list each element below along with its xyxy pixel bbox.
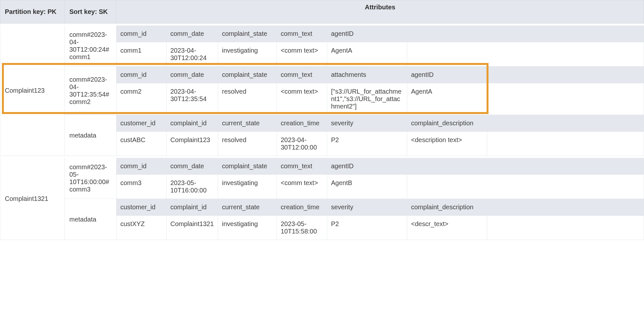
partition-key-cell: Complaint1321 [0,158,65,240]
attribute-header: complaint_description [407,199,487,216]
attribute-header-row: customer_idcomplaint_idcurrent_statecrea… [116,199,644,216]
attribute-value: 2023-04-30T12:35:54 [166,83,218,115]
attribute-value: custXYZ [116,216,166,240]
attribute-header: complaint_state [218,67,277,83]
attribute-value: <comm text> [277,175,327,199]
partition-block: Complaint123comm#2023-04-30T12:00:24#com… [0,26,644,156]
attribute-value: P2 [327,216,407,240]
partition-key-cell: Complaint123 [0,26,65,156]
dynamodb-table: Partition key: PK Sort key: SK Attribute… [0,0,644,240]
partitions-container: Complaint123comm#2023-04-30T12:00:24#com… [0,26,644,240]
attribute-header: comm_date [166,158,218,175]
attribute-value: <description text> [407,132,487,156]
attribute-header: comm_text [277,158,327,175]
attributes-zone: customer_idcomplaint_idcurrent_statecrea… [116,199,644,240]
attribute-value-row: comm32023-05-10T16:00:00investigating<co… [116,175,644,199]
attribute-header: agentID [327,26,407,42]
attribute-header: comm_text [277,67,327,83]
attribute-header: comm_id [116,67,166,83]
attribute-value-row: custXYZComplaint1321investigating2023-05… [116,216,644,240]
attribute-header: current_state [218,199,277,216]
attribute-header: current_state [218,115,277,132]
attribute-value: resolved [218,132,277,156]
attribute-value: 2023-05-10T15:58:00 [277,216,327,240]
table-row: metadatacustomer_idcomplaint_idcurrent_s… [65,115,644,156]
attribute-value: ["s3://URL_for_attachment1","s3://URL_fo… [327,83,407,115]
attribute-header-row: comm_idcomm_datecomplaint_statecomm_text… [116,67,644,83]
sort-key-header: Sort key: SK [65,0,116,23]
attribute-value-row: comm22023-04-30T12:35:54resolved<comm te… [116,83,644,115]
attribute-header: comm_text [277,26,327,42]
attribute-header: customer_id [116,115,166,132]
attribute-value: 2023-04-30T12:00:00 [277,132,327,156]
attribute-header-row: comm_idcomm_datecomplaint_statecomm_text… [116,26,644,42]
attribute-value: <comm text> [277,42,327,66]
attribute-value: AgentA [327,42,407,66]
sort-key-cell: comm#2023-04-30T12:35:54#comm2 [65,67,116,115]
attributes-zone: comm_idcomm_datecomplaint_statecomm_text… [116,158,644,199]
attributes-zone: comm_idcomm_datecomplaint_statecomm_text… [116,26,644,66]
table-row: comm#2023-04-30T12:35:54#comm2comm_idcom… [65,67,644,115]
attribute-header: comm_date [166,67,218,83]
attribute-value: resolved [218,83,277,115]
attribute-header: creation_time [277,115,327,132]
attribute-header: complaint_id [166,115,218,132]
attribute-header: complaint_id [166,199,218,216]
attribute-value: AgentA [407,83,487,115]
attribute-value: <comm text> [277,83,327,115]
attribute-header-row: comm_idcomm_datecomplaint_statecomm_text… [116,158,644,175]
attribute-value: custABC [116,132,166,156]
attribute-header: attachments [327,67,407,83]
attribute-value: comm3 [116,175,166,199]
partition-key-header: Partition key: PK [0,0,65,23]
attribute-value: comm1 [116,42,166,66]
attribute-header: severity [327,199,407,216]
attribute-value: comm2 [116,83,166,115]
sort-key-cell: metadata [65,199,116,240]
sort-key-cell: comm#2023-05-10T16:00:00#comm3 [65,158,116,199]
attribute-header: agentID [327,158,407,175]
table-row: metadatacustomer_idcomplaint_idcurrent_s… [65,199,644,240]
attribute-value: <descr_text> [407,216,487,240]
attribute-header: complaint_description [407,115,487,132]
attributes-zone: comm_idcomm_datecomplaint_statecomm_text… [116,67,644,115]
sort-key-cell: comm#2023-04-30T12:00:24#comm1 [65,26,116,66]
table-row: comm#2023-05-10T16:00:00#comm3comm_idcom… [65,158,644,199]
attribute-header: severity [327,115,407,132]
attribute-value: investigating [218,216,277,240]
attribute-value-row: comm12023-04-30T12:00:24investigating<co… [116,42,644,66]
attribute-value: Complaint123 [166,132,218,156]
items-column: comm#2023-05-10T16:00:00#comm3comm_idcom… [65,158,644,240]
attribute-header: complaint_state [218,158,277,175]
attribute-value: investigating [218,175,277,199]
attribute-header: complaint_state [218,26,277,42]
attribute-value: 2023-04-30T12:00:24 [166,42,218,66]
attribute-value: Complaint1321 [166,216,218,240]
attribute-header: comm_date [166,26,218,42]
sort-key-cell: metadata [65,115,116,156]
attribute-value: 2023-05-10T16:00:00 [166,175,218,199]
attribute-header: comm_id [116,158,166,175]
table-row: comm#2023-04-30T12:00:24#comm1comm_idcom… [65,26,644,67]
attribute-value: AgentB [327,175,407,199]
attribute-value: investigating [218,42,277,66]
attribute-header: customer_id [116,199,166,216]
attributes-header: Attributes [116,0,644,23]
table-header-row: Partition key: PK Sort key: SK Attribute… [0,0,644,24]
attributes-zone: customer_idcomplaint_idcurrent_statecrea… [116,115,644,156]
attribute-header-row: customer_idcomplaint_idcurrent_statecrea… [116,115,644,132]
partition-block: Complaint1321comm#2023-05-10T16:00:00#co… [0,158,644,240]
attribute-header: creation_time [277,199,327,216]
attribute-header: comm_id [116,26,166,42]
attribute-value: P2 [327,132,407,156]
items-column: comm#2023-04-30T12:00:24#comm1comm_idcom… [65,26,644,156]
attribute-value-row: custABCComplaint123resolved2023-04-30T12… [116,132,644,156]
attribute-header: agentID [407,67,487,83]
